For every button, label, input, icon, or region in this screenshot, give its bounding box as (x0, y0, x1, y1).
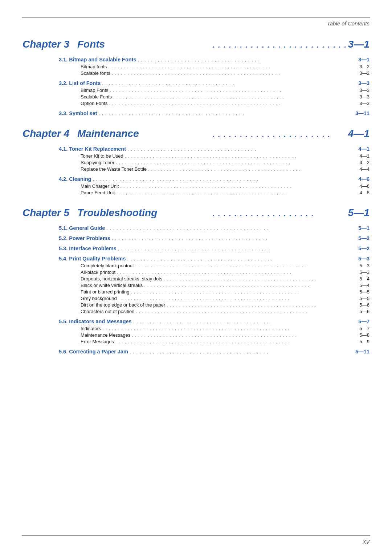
subitem-4-1-3-title: Replace the Waste Toner Bottle (81, 166, 147, 172)
subitem-5-4-4-page: 5—4 (360, 283, 369, 288)
subitem-5-4-8-dots: . . . . . . . . . . . . . . . . . . . . … (136, 309, 358, 314)
section-4-1: 4.1. Toner Kit Replacement . . . . . . .… (23, 146, 369, 152)
chapter-4-dots: . . . . . . . . . . . . . . . . . . . . … (213, 130, 348, 139)
section-4-1-page: 4—1 (358, 146, 369, 152)
chapter-5-dots: . . . . . . . . . . . . . . . . . . . (213, 210, 348, 218)
subitem-5-4-4: Black or white vertical streaks . . . . … (23, 283, 369, 288)
section-5-4-page: 5—3 (358, 256, 369, 262)
subitem-3-2-1-page: 3—3 (360, 88, 369, 93)
section-5-2-group: 5.2. Power Problems . . . . . . . . . . … (23, 235, 369, 241)
section-3-1-dots: . . . . . . . . . . . . . . . . . . . . … (138, 57, 357, 62)
section-3-2-title: 3.2. List of Fonts (59, 80, 101, 86)
section-5-4-dots: . . . . . . . . . . . . . . . . . . . . … (127, 256, 357, 262)
subitem-3-2-2-title: Scalable Fonts (81, 94, 112, 100)
page: Table of Contents Chapter 3 Fonts . . . … (0, 0, 392, 555)
section-3-1-title: 3.1. Bitmap and Scalable Fonts (59, 57, 136, 62)
section-5-4: 5.4. Print Quality Problems . . . . . . … (23, 256, 369, 262)
section-5-6-page: 5—11 (355, 349, 369, 355)
section-3-3-group: 3.3. Symbol set . . . . . . . . . . . . … (23, 110, 369, 116)
section-5-6-title: 5.6. Correcting a Paper Jam (59, 349, 128, 355)
section-5-3: 5.3. Interface Problems . . . . . . . . … (23, 246, 369, 251)
section-5-6: 5.6. Correcting a Paper Jam . . . . . . … (23, 349, 369, 355)
section-5-5-page: 5—7 (358, 319, 369, 324)
section-4-1-group: 4.1. Toner Kit Replacement . . . . . . .… (23, 146, 369, 172)
subitem-4-2-2-title: Paper Feed Unit (81, 190, 115, 195)
subitem-5-4-3-title: Dropouts, horizontal streaks, stray dots (81, 276, 162, 281)
section-4-2-title: 4.2. Cleaning (59, 176, 91, 182)
subitem-5-4-2: All-black printout . . . . . . . . . . .… (23, 270, 369, 275)
section-5-1-group: 5.1. General Guide . . . . . . . . . . .… (23, 225, 369, 231)
chapter-5-heading: Chapter 5 Troubleshooting . . . . . . . … (23, 207, 369, 219)
subitem-3-1-1: Bitmap fonts . . . . . . . . . . . . . .… (23, 64, 369, 69)
subitem-4-1-2-title: Supplying Toner (81, 160, 114, 165)
subitem-5-4-6-dots: . . . . . . . . . . . . . . . . . . . . … (118, 296, 358, 301)
subitem-4-2-1-title: Main Charger Unit (81, 183, 119, 189)
subitem-5-5-1: Indicators . . . . . . . . . . . . . . .… (23, 326, 369, 331)
section-5-6-dots: . . . . . . . . . . . . . . . . . . . . … (130, 349, 354, 355)
section-5-3-title: 5.3. Interface Problems (59, 246, 117, 251)
subitem-5-4-2-title: All-black printout (81, 270, 115, 275)
subitem-5-5-2: Maintenance Messages . . . . . . . . . .… (23, 332, 369, 338)
chapter-5-label: Chapter 5 (23, 207, 72, 219)
subitem-5-5-1-dots: . . . . . . . . . . . . . . . . . . . . … (102, 326, 358, 331)
section-5-1-dots: . . . . . . . . . . . . . . . . . . . . … (106, 226, 357, 231)
subitem-5-4-7-dots: . . . . . . . . . . . . . . . . . . . . … (167, 303, 358, 308)
section-5-1: 5.1. General Guide . . . . . . . . . . .… (23, 225, 369, 231)
page-header: Table of Contents (327, 20, 369, 27)
subitem-3-2-1-dots: . . . . . . . . . . . . . . . . . . . . … (110, 88, 358, 93)
subitem-3-1-1-title: Bitmap fonts (81, 64, 107, 69)
section-5-3-page: 5—2 (358, 246, 369, 251)
toc-content: Chapter 3 Fonts . . . . . . . . . . . . … (23, 36, 369, 526)
subitem-5-4-1-dots: . . . . . . . . . . . . . . . . . . . . … (135, 263, 358, 268)
section-5-5-title: 5.5. Indicators and Messages (59, 319, 132, 324)
subitem-4-1-1-dots: . . . . . . . . . . . . . . . . . . . . … (125, 154, 358, 159)
subitem-5-4-8: Characters out of position . . . . . . .… (23, 309, 369, 314)
subitem-3-2-3-title: Option Fonts (81, 101, 107, 106)
subitem-5-5-2-page: 5—8 (360, 332, 369, 338)
subitem-5-5-2-dots: . . . . . . . . . . . . . . . . . . . . … (132, 333, 358, 338)
subitem-4-1-1-title: Toner Kit to be Used (81, 153, 123, 159)
subitem-4-1-3: Replace the Waste Toner Bottle . . . . .… (23, 166, 369, 172)
subitem-4-2-2-page: 4—8 (360, 190, 369, 195)
chapter-5-title: Troubleshooting (77, 207, 213, 219)
section-5-2-page: 5—2 (358, 235, 369, 241)
subitem-5-4-6-page: 5—5 (360, 296, 369, 301)
subitem-3-1-2-title: Scalable fonts (81, 70, 110, 76)
subitem-5-4-3: Dropouts, horizontal streaks, stray dots… (23, 276, 369, 281)
section-3-3-page: 3—11 (355, 110, 369, 116)
section-5-1-page: 5—1 (358, 225, 369, 231)
section-3-2: 3.2. List of Fonts . . . . . . . . . . .… (23, 80, 369, 86)
subitem-5-4-1-title: Completely blank printout (81, 263, 134, 268)
section-3-3-title: 3.3. Symbol set (59, 110, 97, 116)
subitem-5-5-3-dots: . . . . . . . . . . . . . . . . . . . . … (115, 339, 358, 344)
subitem-5-5-2-title: Maintenance Messages (81, 332, 130, 338)
chapter-3-dots: . . . . . . . . . . . . . . . . . . . . … (213, 41, 348, 49)
section-5-5-group: 5.5. Indicators and Messages . . . . . .… (23, 319, 369, 344)
section-5-2-dots: . . . . . . . . . . . . . . . . . . . . … (112, 236, 357, 241)
chapter-3-heading: Chapter 3 Fonts . . . . . . . . . . . . … (23, 39, 369, 50)
subitem-4-2-2: Paper Feed Unit . . . . . . . . . . . . … (23, 190, 369, 195)
subitem-4-2-1: Main Charger Unit . . . . . . . . . . . … (23, 183, 369, 189)
top-rule (22, 17, 370, 18)
section-3-1-page: 3—1 (358, 57, 369, 62)
subitem-5-4-5: Faint or blurred printing . . . . . . . … (23, 289, 369, 295)
section-3-2-page: 3—3 (358, 80, 369, 86)
chapter-4-label: Chapter 4 (23, 128, 72, 139)
subitem-3-1-1-page: 3—2 (360, 64, 369, 69)
subitem-5-4-3-dots: . . . . . . . . . . . . . . . . . . . . … (164, 276, 358, 281)
section-5-4-group: 5.4. Print Quality Problems . . . . . . … (23, 256, 369, 314)
subitem-5-4-7-title: Dirt on the top edge or back of the pape… (81, 302, 165, 308)
subitem-5-4-4-dots: . . . . . . . . . . . . . . . . . . . . … (144, 283, 358, 288)
subitem-3-1-2: Scalable fonts . . . . . . . . . . . . .… (23, 70, 369, 76)
chapter-3-title: Fonts (77, 39, 213, 50)
subitem-4-1-3-page: 4—4 (360, 166, 369, 172)
subitem-4-1-2-dots: . . . . . . . . . . . . . . . . . . . . … (116, 160, 358, 165)
subitem-5-5-3: Error Messages . . . . . . . . . . . . .… (23, 339, 369, 344)
section-3-1-group: 3.1. Bitmap and Scalable Fonts . . . . .… (23, 57, 369, 76)
subitem-3-2-3-dots: . . . . . . . . . . . . . . . . . . . . … (109, 101, 358, 106)
chapter-5-block: Chapter 5 Troubleshooting . . . . . . . … (23, 207, 369, 355)
bottom-rule (22, 535, 370, 536)
subitem-3-2-3-page: 3—3 (360, 101, 369, 106)
subitem-5-4-5-page: 5—5 (360, 289, 369, 295)
subitem-5-5-3-page: 5—9 (360, 339, 369, 344)
